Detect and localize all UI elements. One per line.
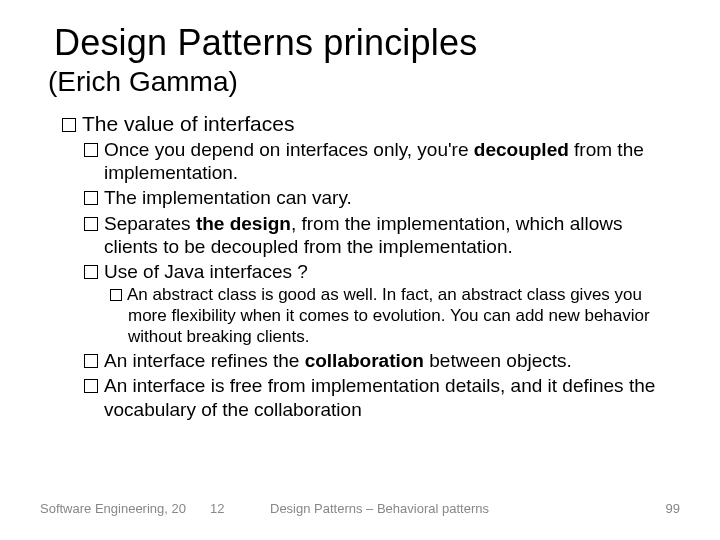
- square-bullet-icon: [84, 143, 98, 157]
- text: An interface refines the: [104, 350, 305, 371]
- text: An abstract class is good as well. In fa…: [127, 285, 650, 345]
- bullet-level2: An interface is free from implementation…: [84, 374, 680, 420]
- square-bullet-icon: [84, 354, 98, 368]
- footer-left: Software Engineering, 20: [40, 501, 186, 516]
- footer-center: Design Patterns – Behavioral patterns: [270, 501, 489, 516]
- text-bold: decoupled: [474, 139, 569, 160]
- square-bullet-icon: [84, 379, 98, 393]
- text: Use of Java interfaces ?: [104, 261, 308, 282]
- bullet-level2: Once you depend on interfaces only, you'…: [84, 138, 680, 184]
- square-bullet-icon: [84, 265, 98, 279]
- text-bold: the design: [196, 213, 291, 234]
- square-bullet-icon: [110, 289, 122, 301]
- bullet-level2: The implementation can vary.: [84, 186, 680, 209]
- slide-subtitle: (Erich Gamma): [48, 66, 680, 98]
- bullet-level2: An interface refines the collaboration b…: [84, 349, 680, 372]
- text: between objects.: [424, 350, 572, 371]
- bullet-level1: The value of interfaces: [62, 112, 680, 136]
- text: An interface is free from implementation…: [104, 375, 655, 419]
- bullet-level3: An abstract class is good as well. In fa…: [110, 285, 680, 347]
- text: Once you depend on interfaces only, you'…: [104, 139, 474, 160]
- text: The value of interfaces: [82, 112, 294, 135]
- square-bullet-icon: [84, 217, 98, 231]
- slide: Design Patterns principles (Erich Gamma)…: [0, 0, 720, 540]
- square-bullet-icon: [62, 118, 76, 132]
- footer-mid: 12: [210, 501, 224, 516]
- text-bold: collaboration: [305, 350, 424, 371]
- text: The implementation can vary.: [104, 187, 352, 208]
- text: Separates: [104, 213, 196, 234]
- square-bullet-icon: [84, 191, 98, 205]
- footer-page: 99: [666, 501, 680, 516]
- bullet-level2: Separates the design, from the implement…: [84, 212, 680, 258]
- slide-title: Design Patterns principles: [54, 22, 680, 64]
- bullet-level2: Use of Java interfaces ?: [84, 260, 680, 283]
